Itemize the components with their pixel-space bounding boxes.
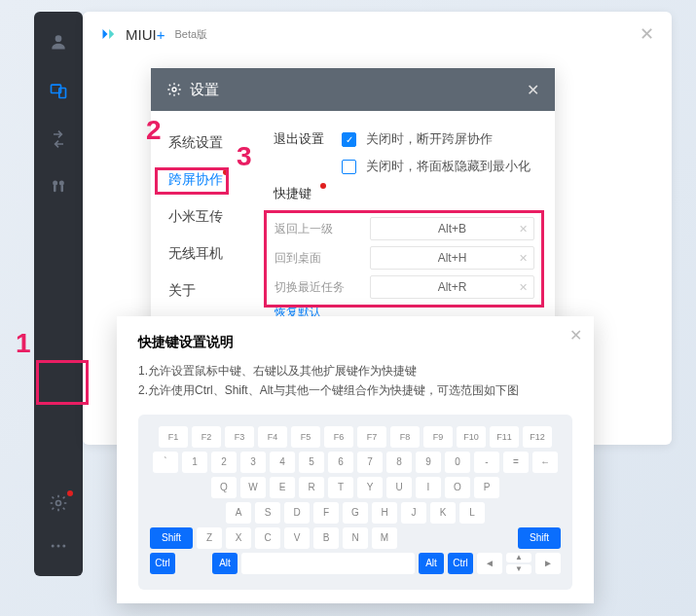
- keyboard-key: G: [343, 502, 368, 524]
- keyboard-key: F: [313, 502, 339, 524]
- help-description: 1.允许设置鼠标中键、右键以及其他扩展键作为快捷键 2.允许使用Ctrl、Shi…: [138, 361, 572, 401]
- settings-gear-icon[interactable]: [48, 492, 69, 514]
- more-icon[interactable]: [48, 535, 69, 557]
- settings-close-icon[interactable]: ✕: [527, 81, 539, 99]
- keyboard-key: F9: [423, 426, 453, 448]
- svg-rect-6: [61, 185, 64, 193]
- checkbox-minimize[interactable]: [342, 160, 356, 174]
- close-icon[interactable]: ✕: [640, 23, 654, 45]
- settings-title: 设置: [190, 81, 219, 99]
- settings-content: 退出设置 关闭时，断开跨屏协作 关闭时，将面板隐藏到最小化 快捷键 返回上一级 …: [264, 111, 555, 331]
- svg-rect-4: [54, 185, 56, 193]
- keyboard-key: R: [299, 477, 324, 498]
- help-panel: ✕ 快捷键设置说明 1.允许设置鼠标中键、右键以及其他扩展键作为快捷键 2.允许…: [117, 316, 594, 603]
- keyboard-key: Z: [197, 527, 222, 549]
- keyboard-key: 4: [270, 452, 295, 473]
- keyboard-key: K: [430, 502, 456, 524]
- svg-point-10: [62, 545, 65, 548]
- keyboard-key: F1: [159, 426, 188, 448]
- app-sidebar: [34, 12, 83, 576]
- keyboard-key: Alt: [212, 553, 238, 574]
- keyboard-key: F8: [390, 426, 420, 448]
- clear-icon[interactable]: ✕: [519, 281, 528, 294]
- keyboard-key: -: [474, 452, 499, 473]
- keyboard-key: F5: [291, 426, 320, 448]
- annotation-num-1: 1: [16, 328, 31, 359]
- keyboard-key: F7: [357, 426, 386, 448]
- keyboard-key: B: [313, 527, 339, 549]
- keyboard-key: Alt: [419, 553, 444, 574]
- keyboard-key: ←: [532, 452, 558, 473]
- clear-icon[interactable]: ✕: [519, 223, 528, 236]
- keyboard-key: 8: [386, 452, 412, 473]
- keyboard-key: V: [284, 527, 310, 549]
- keyboard-key: 1: [182, 452, 207, 473]
- keyboard-key: N: [343, 527, 368, 549]
- exit-section-label: 退出设置: [274, 130, 332, 148]
- shortcut-row: 切换最近任务 Alt+R✕: [275, 275, 534, 299]
- settings-nav: 系统设置 跨屏协作 小米互传 无线耳机 关于: [151, 111, 264, 331]
- nav-system[interactable]: 系统设置: [168, 134, 264, 152]
- svg-point-11: [172, 88, 176, 91]
- keyboard-key: E: [270, 477, 295, 498]
- keyboard-key: 7: [357, 452, 383, 473]
- keyboard-key: T: [328, 477, 353, 498]
- nav-about[interactable]: 关于: [168, 282, 264, 300]
- svg-point-9: [57, 545, 60, 548]
- keyboard-diagram: F1F2F3F4F5F6F7F8F9F10F11F12 `1234567890-…: [138, 415, 572, 590]
- shortcut-dot: [320, 183, 326, 189]
- keyboard-key: ◄: [477, 553, 502, 574]
- keyboard-key: L: [459, 502, 485, 524]
- keyboard-key: J: [401, 502, 426, 524]
- keyboard-spacebar: [241, 553, 415, 574]
- shortcut-box: 返回上一级 Alt+B✕ 回到桌面 Alt+H✕ 切换最近任务 Alt+R✕ 恢…: [274, 212, 535, 326]
- shortcut-input-back[interactable]: Alt+B✕: [370, 217, 534, 240]
- keyboard-key: P: [474, 477, 499, 498]
- devices-icon[interactable]: [48, 80, 69, 101]
- help-close-icon[interactable]: ✕: [569, 326, 582, 344]
- keyboard-key: C: [255, 527, 280, 549]
- keyboard-key: =: [503, 452, 529, 473]
- keyboard-key: ▼: [506, 564, 531, 574]
- nav-mi-connect[interactable]: 小米互传: [168, 208, 264, 226]
- keyboard-key: 0: [445, 452, 470, 473]
- keyboard-key: F4: [258, 426, 287, 448]
- transfer-icon[interactable]: [48, 128, 69, 150]
- shortcut-input-home[interactable]: Alt+H✕: [370, 246, 534, 270]
- svg-point-7: [56, 501, 61, 506]
- keyboard-key: ►: [535, 553, 561, 574]
- keyboard-key: F2: [192, 426, 221, 448]
- keyboard-key: F12: [523, 426, 552, 448]
- keyboard-key: ▲: [506, 553, 531, 562]
- gear-icon: [166, 82, 182, 97]
- keyboard-key: O: [445, 477, 470, 498]
- shortcut-input-recent[interactable]: Alt+R✕: [370, 275, 534, 299]
- earbuds-icon[interactable]: [48, 177, 69, 199]
- keyboard-key: Ctrl: [448, 553, 473, 574]
- exit-option-minimize: 关闭时，将面板隐藏到最小化: [366, 158, 531, 175]
- settings-header: 设置 ✕: [151, 68, 555, 111]
- keyboard-key: U: [386, 477, 412, 498]
- settings-panel: 设置 ✕ 系统设置 跨屏协作 小米互传 无线耳机 关于 退出设置 关闭时，断开跨…: [151, 68, 555, 331]
- keyboard-key: I: [416, 477, 441, 498]
- keyboard-key: W: [240, 477, 266, 498]
- keyboard-key: F11: [490, 426, 519, 448]
- keyboard-key: Ctrl: [150, 553, 175, 574]
- keyboard-key: Q: [211, 477, 237, 498]
- keyboard-key: H: [372, 502, 397, 524]
- nav-cross-screen[interactable]: 跨屏协作: [168, 171, 264, 189]
- clear-icon[interactable]: ✕: [519, 252, 528, 265]
- avatar-icon[interactable]: [48, 31, 69, 53]
- checkbox-disconnect[interactable]: [342, 132, 356, 147]
- keyboard-key: F6: [324, 426, 353, 448]
- keyboard-key: Y: [357, 477, 383, 498]
- keyboard-key: X: [226, 527, 251, 549]
- nav-wireless-earbuds[interactable]: 无线耳机: [168, 245, 264, 263]
- keyboard-key: 3: [240, 452, 266, 473]
- keyboard-key: A: [226, 502, 251, 524]
- keyboard-key: 5: [299, 452, 324, 473]
- keyboard-key: `: [153, 452, 178, 473]
- app-logo: MIUI+ Beta版: [100, 24, 207, 44]
- keyboard-key: F3: [225, 426, 254, 448]
- shortcut-row: 返回上一级 Alt+B✕: [275, 217, 534, 240]
